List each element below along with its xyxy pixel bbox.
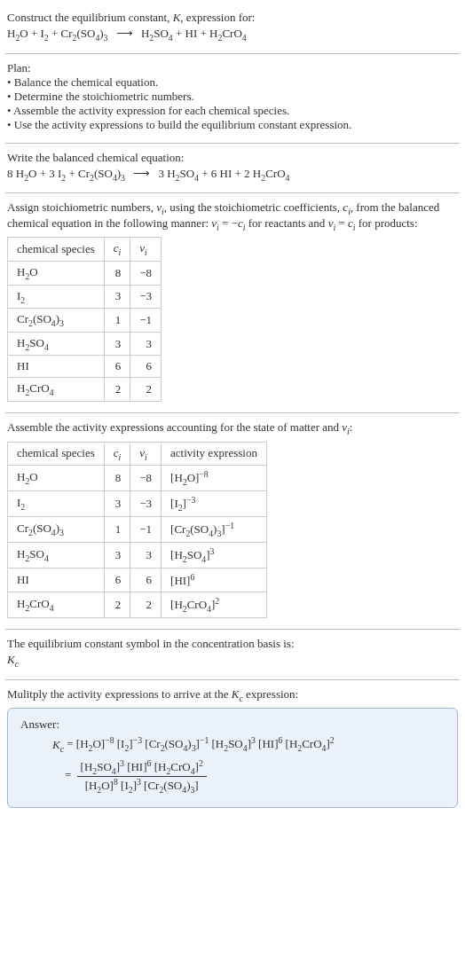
table-row: H2CrO422[H2CrO4]2 <box>8 592 267 618</box>
plan-section: Plan: • Balance the chemical equation. •… <box>5 58 460 139</box>
cell-c: 6 <box>104 356 130 378</box>
divider <box>5 679 460 680</box>
col-v: νi <box>130 442 162 466</box>
table-header-row: chemical species ci νi <box>8 238 162 262</box>
table-header-row: chemical species ci νi activity expressi… <box>8 442 267 466</box>
kc-symbol-desc: The equilibrium constant symbol in the c… <box>7 637 458 651</box>
plan-bullet: • Assemble the activity expression for e… <box>7 104 458 118</box>
cell-species: I2 <box>8 285 105 309</box>
cell-species: I2 <box>8 491 105 517</box>
divider <box>5 143 460 144</box>
cell-species: HI <box>8 356 105 378</box>
cell-expr: [H2CrO4]2 <box>162 592 267 618</box>
cell-c: 8 <box>104 261 130 285</box>
cell-c: 3 <box>104 542 130 568</box>
cell-species: HI <box>8 568 105 592</box>
cell-v: −3 <box>130 285 162 309</box>
cell-c: 3 <box>104 491 130 517</box>
table-row: H2O8−8 <box>8 261 162 285</box>
cell-species: Cr2(SO4)3 <box>8 516 105 542</box>
plan-bullet-text: Balance the chemical equation. <box>14 75 158 89</box>
cell-v: 2 <box>130 592 162 618</box>
activity-section: Assemble the activity expressions accoun… <box>5 417 460 625</box>
activity-table: chemical species ci νi activity expressi… <box>7 442 267 619</box>
cell-species: Cr2(SO4)3 <box>8 309 105 333</box>
stoich-table: chemical species ci νi H2O8−8 I23−3 Cr2(… <box>7 237 162 402</box>
cell-expr: [HI]6 <box>162 568 267 592</box>
table-row: I23−3[I2]−3 <box>8 491 267 517</box>
col-c: ci <box>104 442 130 466</box>
col-v: νi <box>130 238 162 262</box>
cell-v: −8 <box>130 261 162 285</box>
divider <box>5 412 460 413</box>
cell-v: −8 <box>130 466 162 491</box>
cell-c: 3 <box>104 285 130 309</box>
plan-bullet-text: Assemble the activity expression for eac… <box>13 104 289 117</box>
stoich-desc: Assign stoichiometric numbers, νi, using… <box>7 200 458 231</box>
cell-c: 1 <box>104 309 130 333</box>
cell-species: H2CrO4 <box>8 592 105 618</box>
cell-v: 2 <box>130 378 162 402</box>
plan-bullet-text: Determine the stoichiometric numbers. <box>14 90 194 103</box>
multiply-title: Mulitply the activity expressions to arr… <box>7 687 458 703</box>
col-species: chemical species <box>8 238 105 262</box>
kc-expression-line: Kc = [H2O]−8 [I2]−3 [Cr2(SO4)3]−1 [H2SO4… <box>52 735 445 753</box>
kc-fraction: [H2SO4]3 [HI]6 [H2CrO4]2 [H2O]8 [I2]3 [C… <box>77 758 207 795</box>
cell-expr: [I2]−3 <box>162 491 267 517</box>
cell-expr: [H2O]−8 <box>162 466 267 491</box>
cell-c: 8 <box>104 466 130 491</box>
answer-label: Answer: <box>20 717 445 732</box>
cell-expr: [H2SO4]3 <box>162 542 267 568</box>
prompt-section: Construct the equilibrium constant, K, e… <box>5 7 460 50</box>
cell-v: −1 <box>130 309 162 333</box>
cell-v: 3 <box>130 542 162 568</box>
table-row: H2CrO422 <box>8 378 162 402</box>
plan-bullet: • Balance the chemical equation. <box>7 75 458 90</box>
cell-c: 2 <box>104 592 130 618</box>
divider <box>5 629 460 630</box>
plan-bullet-text: Use the activity expressions to build th… <box>14 118 352 131</box>
cell-v: −1 <box>130 516 162 542</box>
cell-v: 6 <box>130 356 162 378</box>
kc-fraction-num: [H2SO4]3 [HI]6 [H2CrO4]2 <box>77 758 207 777</box>
plan-bullet: • Use the activity expressions to build … <box>7 118 458 132</box>
table-row: H2SO433[H2SO4]3 <box>8 542 267 568</box>
kc-fraction-den: [H2O]8 [I2]3 [Cr2(SO4)3] <box>77 777 207 795</box>
kc-symbol: Kc <box>7 653 458 669</box>
table-row: HI66 <box>8 356 162 378</box>
prompt-reaction: H2O + I2 + Cr2(SO4)3 ⟶ H2SO4 + HI + H2Cr… <box>7 27 458 43</box>
col-c: ci <box>104 238 130 262</box>
cell-c: 3 <box>104 332 130 356</box>
cell-species: H2O <box>8 261 105 285</box>
kc-fraction-line: = [H2SO4]3 [HI]6 [H2CrO4]2 [H2O]8 [I2]3 … <box>65 758 445 795</box>
table-row: H2O8−8[H2O]−8 <box>8 466 267 491</box>
cell-species: H2SO4 <box>8 542 105 568</box>
cell-c: 6 <box>104 568 130 592</box>
balanced-section: Write the balanced chemical equation: 8 … <box>5 147 460 190</box>
prompt-line-1: Construct the equilibrium constant, K, e… <box>7 11 458 25</box>
balanced-title: Write the balanced chemical equation: <box>7 151 458 165</box>
multiply-section: Mulitply the activity expressions to arr… <box>5 684 460 815</box>
divider <box>5 53 460 54</box>
col-expr: activity expression <box>162 442 267 466</box>
balanced-reaction: 8 H2O + 3 I2 + Cr2(SO4)3 ⟶ 3 H2SO4 + 6 H… <box>7 167 458 183</box>
table-row: H2SO433 <box>8 332 162 356</box>
cell-v: −3 <box>130 491 162 517</box>
activity-desc: Assemble the activity expressions accoun… <box>7 420 458 436</box>
plan-title: Plan: <box>7 61 458 75</box>
cell-species: H2O <box>8 466 105 491</box>
table-row: Cr2(SO4)31−1[Cr2(SO4)3]−1 <box>8 516 267 542</box>
cell-v: 6 <box>130 568 162 592</box>
cell-expr: [Cr2(SO4)3]−1 <box>162 516 267 542</box>
stoich-section: Assign stoichiometric numbers, νi, using… <box>5 197 460 409</box>
answer-box: Answer: Kc = [H2O]−8 [I2]−3 [Cr2(SO4)3]−… <box>7 708 458 808</box>
table-row: I23−3 <box>8 285 162 309</box>
plan-bullet: • Determine the stoichiometric numbers. <box>7 90 458 104</box>
cell-species: H2SO4 <box>8 332 105 356</box>
cell-c: 1 <box>104 516 130 542</box>
cell-c: 2 <box>104 378 130 402</box>
cell-species: H2CrO4 <box>8 378 105 402</box>
cell-v: 3 <box>130 332 162 356</box>
table-row: Cr2(SO4)31−1 <box>8 309 162 333</box>
col-species: chemical species <box>8 442 105 466</box>
